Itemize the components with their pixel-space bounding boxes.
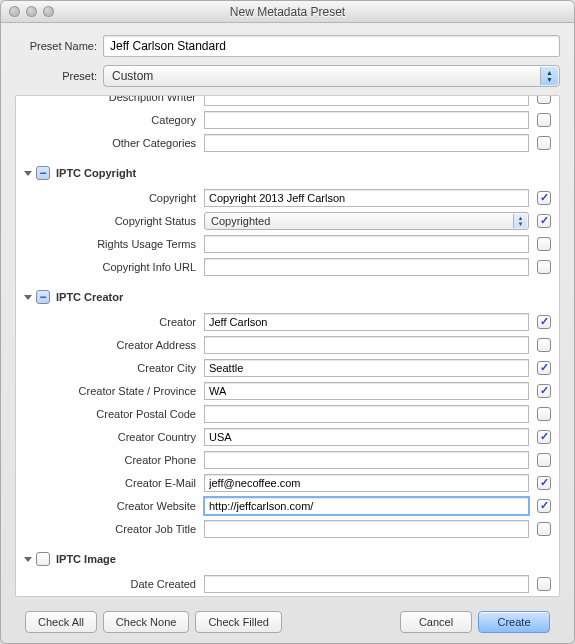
check-all-button[interactable]: Check All (25, 611, 97, 633)
field-row: Creator✓ (24, 311, 551, 332)
field-row: Copyright Info URL (24, 256, 551, 277)
field-input[interactable] (204, 235, 529, 253)
field-input[interactable] (204, 474, 529, 492)
field-label: Rights Usage Terms (24, 238, 204, 250)
field-input[interactable] (204, 95, 529, 106)
field-checkbox[interactable] (537, 338, 551, 352)
field-row: Creator Phone (24, 449, 551, 470)
field-row: Creator E-Mail✓ (24, 472, 551, 493)
field-checkbox[interactable] (537, 522, 551, 536)
field-checkbox[interactable] (537, 95, 551, 104)
check-none-button[interactable]: Check None (103, 611, 190, 633)
field-checkbox[interactable] (537, 453, 551, 467)
field-input[interactable] (204, 336, 529, 354)
field-checkbox[interactable]: ✓ (537, 476, 551, 490)
field-row: Intellectual Genre (24, 596, 551, 597)
field-input[interactable] (204, 520, 529, 538)
field-label: Copyright Status (24, 215, 204, 227)
field-input[interactable] (204, 313, 529, 331)
cancel-button[interactable]: Cancel (400, 611, 472, 633)
field-label: Creator Address (24, 339, 204, 351)
field-input[interactable] (204, 575, 529, 593)
disclosure-triangle-icon[interactable] (24, 557, 32, 562)
preset-name-input[interactable] (103, 35, 560, 57)
section-header-image[interactable]: IPTC Image (24, 547, 551, 571)
field-row: Other Categories (24, 132, 551, 153)
field-row: Creator Address (24, 334, 551, 355)
disclosure-triangle-icon[interactable] (24, 295, 32, 300)
field-checkbox[interactable] (537, 407, 551, 421)
footer: Check All Check None Check Filled Cancel… (15, 605, 560, 643)
preset-select-value: Custom (112, 69, 153, 83)
fields-scroll-area[interactable]: Description WriterCategoryOther Categori… (15, 95, 560, 597)
check-filled-button[interactable]: Check Filled (195, 611, 282, 633)
field-select[interactable]: Copyrighted▲▼ (204, 212, 529, 230)
preset-label: Preset: (15, 70, 103, 82)
field-checkbox[interactable]: ✓ (537, 214, 551, 228)
field-input[interactable] (204, 111, 529, 129)
section-header-creator[interactable]: −IPTC Creator (24, 285, 551, 309)
updown-icon: ▲▼ (513, 214, 527, 228)
field-label: Copyright (24, 192, 204, 204)
field-row: Date Created (24, 573, 551, 594)
field-select-value: Copyrighted (211, 215, 270, 227)
field-checkbox[interactable]: ✓ (537, 430, 551, 444)
field-checkbox[interactable]: ✓ (537, 191, 551, 205)
section-title: IPTC Copyright (56, 167, 136, 179)
field-label: Creator Job Title (24, 523, 204, 535)
field-checkbox[interactable]: ✓ (537, 315, 551, 329)
field-label: Other Categories (24, 137, 204, 149)
field-row: Copyright StatusCopyrighted▲▼✓ (24, 210, 551, 231)
section-checkbox[interactable] (36, 552, 50, 566)
field-checkbox[interactable] (537, 136, 551, 150)
preset-name-label: Preset Name: (15, 40, 103, 52)
field-label: Category (24, 114, 204, 126)
field-checkbox[interactable]: ✓ (537, 499, 551, 513)
section-title: IPTC Creator (56, 291, 123, 303)
field-label: Creator E-Mail (24, 477, 204, 489)
field-label: Creator (24, 316, 204, 328)
field-input[interactable] (204, 451, 529, 469)
field-row: Description Writer (24, 95, 551, 107)
field-row: Creator Website✓ (24, 495, 551, 516)
section-checkbox[interactable]: − (36, 166, 50, 180)
field-input[interactable] (204, 189, 529, 207)
field-input[interactable] (204, 497, 529, 515)
field-input[interactable] (204, 428, 529, 446)
preset-select[interactable]: Custom ▲▼ (103, 65, 560, 87)
field-input[interactable] (204, 359, 529, 377)
field-checkbox[interactable] (537, 577, 551, 591)
field-checkbox[interactable]: ✓ (537, 361, 551, 375)
field-label: Creator Country (24, 431, 204, 443)
field-input[interactable] (204, 382, 529, 400)
field-row: Rights Usage Terms (24, 233, 551, 254)
field-input[interactable] (204, 405, 529, 423)
disclosure-triangle-icon[interactable] (24, 171, 32, 176)
field-label: Creator Website (24, 500, 204, 512)
field-checkbox[interactable]: ✓ (537, 384, 551, 398)
create-button[interactable]: Create (478, 611, 550, 633)
field-label: Copyright Info URL (24, 261, 204, 273)
field-checkbox[interactable] (537, 237, 551, 251)
field-label: Description Writer (24, 95, 204, 103)
new-metadata-preset-window: New Metadata Preset Preset Name: Preset:… (0, 0, 575, 644)
field-checkbox[interactable] (537, 113, 551, 127)
updown-icon: ▲▼ (540, 67, 558, 85)
titlebar: New Metadata Preset (1, 1, 574, 23)
field-input[interactable] (204, 258, 529, 276)
field-row: Creator Job Title (24, 518, 551, 539)
field-row: Copyright✓ (24, 187, 551, 208)
field-label: Date Created (24, 578, 204, 590)
field-label: Creator Phone (24, 454, 204, 466)
section-header-copyright[interactable]: −IPTC Copyright (24, 161, 551, 185)
field-label: Creator City (24, 362, 204, 374)
field-row: Creator City✓ (24, 357, 551, 378)
field-row: Category (24, 109, 551, 130)
section-checkbox[interactable]: − (36, 290, 50, 304)
field-row: Creator Postal Code (24, 403, 551, 424)
field-label: Creator Postal Code (24, 408, 204, 420)
field-input[interactable] (204, 134, 529, 152)
field-row: Creator State / Province✓ (24, 380, 551, 401)
field-checkbox[interactable] (537, 260, 551, 274)
field-label: Creator State / Province (24, 385, 204, 397)
